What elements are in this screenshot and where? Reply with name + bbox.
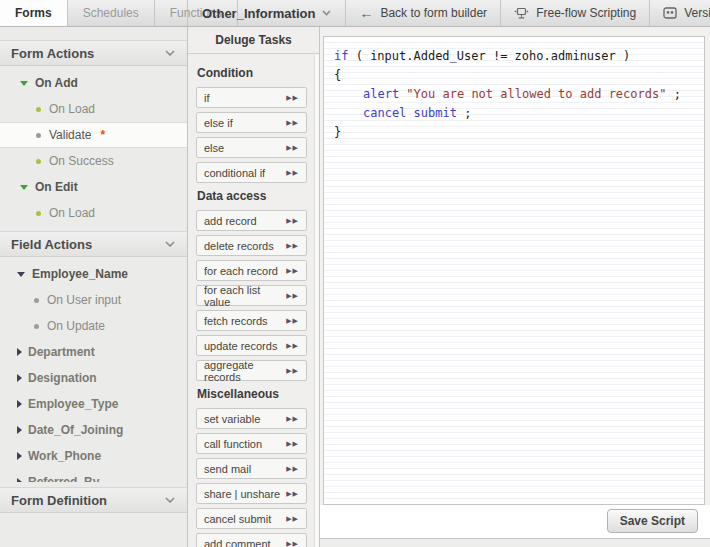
task-button-label: share | unshare [204, 488, 280, 500]
tree-item-validate[interactable]: Validate * [0, 122, 187, 148]
task-button-label: add record [204, 215, 257, 227]
task-button-fetch-records[interactable]: fetch records ▶▶ [196, 310, 307, 331]
triangle-down-icon [20, 81, 28, 86]
insert-task-icon: ▶▶ [286, 317, 299, 325]
form-selector-dropdown[interactable]: Other_Information [188, 0, 346, 26]
task-button-label: else if [204, 117, 233, 129]
save-script-button[interactable]: Save Script [607, 509, 698, 533]
task-button-set-variable[interactable]: set variable ▶▶ [196, 408, 307, 429]
tree-item-on-edit[interactable]: On Edit [0, 174, 187, 200]
triangle-right-icon [17, 452, 22, 460]
code-text: } [334, 125, 341, 139]
task-button-else[interactable]: else ▶▶ [196, 137, 307, 158]
task-button-conditional-if[interactable]: conditional if ▶▶ [196, 162, 307, 183]
tree-item-label: On Load [49, 206, 95, 220]
chevron-down-icon [165, 497, 175, 503]
form-actions-title: Form Actions [11, 46, 94, 61]
task-button-label: delete records [204, 240, 274, 252]
tree-item-on-load[interactable]: On Load [0, 96, 187, 122]
version-button[interactable]: Version [650, 0, 710, 26]
code-text: ; [457, 106, 471, 120]
tab-forms[interactable]: Forms [0, 0, 68, 26]
back-to-form-builder-button[interactable]: ← Back to form builder [346, 0, 501, 26]
code-line: cancel submit ; [334, 104, 694, 123]
tree-item-department[interactable]: Department [0, 339, 187, 365]
module-tabs: Forms Schedules Functions [0, 0, 188, 26]
tasks-scrollbar-track[interactable] [314, 55, 319, 547]
tree-item-label: On User input [47, 293, 121, 307]
task-button-label: update records [204, 340, 277, 352]
tree-item-label: Department [28, 345, 95, 359]
code-keyword: cancel submit [363, 106, 457, 120]
task-button-cancel-submit[interactable]: cancel submit ▶▶ [196, 508, 307, 529]
form-actions-tree: On Add On Load Validate * On Success On … [0, 66, 187, 231]
task-button-if[interactable]: if ▶▶ [196, 87, 307, 108]
triangle-right-icon [17, 348, 22, 356]
insert-task-icon: ▶▶ [286, 217, 299, 225]
task-button-label: for each record [204, 265, 278, 277]
task-button-add-record[interactable]: add record ▶▶ [196, 210, 307, 231]
condition-section-title: Condition [197, 66, 307, 80]
tree-item-label: Referred_By [28, 475, 99, 482]
task-button-add-comment[interactable]: add comment ▶▶ [196, 533, 307, 547]
tree-item-employee-type[interactable]: Employee_Type [0, 391, 187, 417]
insert-task-icon: ▶▶ [286, 94, 299, 102]
task-button-for-each-list-value[interactable]: for each list value ▶▶ [196, 285, 307, 306]
clipped-tree-row: Referred_By [0, 469, 187, 482]
bullet-icon [36, 159, 41, 164]
tree-item-label: On Add [35, 76, 78, 90]
tree-item-on-success[interactable]: On Success [0, 148, 187, 174]
tree-item-referred-by[interactable]: Referred_By [0, 469, 187, 482]
triangle-down-icon [20, 185, 28, 190]
tree-item-on-add[interactable]: On Add [0, 70, 187, 96]
task-button-call-function[interactable]: call function ▶▶ [196, 433, 307, 454]
tree-item-date-of-joining[interactable]: Date_Of_Joining [0, 417, 187, 443]
chevron-down-icon [165, 50, 175, 56]
tree-item-designation[interactable]: Designation [0, 365, 187, 391]
top-bar: Forms Schedules Functions Other_Informat… [0, 0, 710, 27]
task-button-send-mail[interactable]: send mail ▶▶ [196, 458, 307, 479]
code-text: ; [666, 87, 680, 101]
version-label: Version [684, 6, 710, 20]
back-button-label: Back to form builder [380, 6, 487, 20]
tree-item-label: Validate [49, 128, 91, 142]
deluge-tasks-panel: Deluge Tasks Condition if ▶▶ else if ▶▶ … [188, 27, 320, 547]
task-button-label: for each list value [204, 284, 286, 308]
insert-task-icon: ▶▶ [286, 267, 299, 275]
task-button-delete-records[interactable]: delete records ▶▶ [196, 235, 307, 256]
task-button-aggregate-records[interactable]: aggregate records ▶▶ [196, 360, 307, 381]
tree-item-on-user-input[interactable]: On User input [0, 287, 187, 313]
task-button-label: set variable [204, 413, 260, 425]
task-button-update-records[interactable]: update records ▶▶ [196, 335, 307, 356]
triangle-right-icon [17, 374, 22, 382]
tree-item-label: Designation [28, 371, 97, 385]
data-access-section-title: Data access [197, 189, 307, 203]
insert-task-icon: ▶▶ [286, 119, 299, 127]
tree-item-work-phone[interactable]: Work_Phone [0, 443, 187, 469]
code-editor[interactable]: if ( input.Added_User != zoho.adminuser … [323, 36, 705, 505]
insert-task-icon: ▶▶ [286, 367, 299, 375]
bullet-icon [36, 211, 41, 216]
bullet-icon [34, 324, 39, 329]
deluge-tasks-title: Deluge Tasks [188, 27, 319, 54]
task-button-else-if[interactable]: else if ▶▶ [196, 112, 307, 133]
task-button-share-unshare[interactable]: share | unshare ▶▶ [196, 483, 307, 504]
insert-task-icon: ▶▶ [286, 465, 299, 473]
section-header-form-definition[interactable]: Form Definition [0, 487, 187, 513]
free-flow-scripting-button[interactable]: Free-flow Scripting [501, 0, 650, 26]
tree-item-label: On Edit [35, 180, 78, 194]
tree-item-label: Employee_Name [32, 267, 128, 281]
tab-schedules[interactable]: Schedules [68, 0, 155, 26]
insert-task-icon: ▶▶ [286, 292, 299, 300]
insert-task-icon: ▶▶ [286, 515, 299, 523]
task-button-label: call function [204, 438, 262, 450]
section-header-field-actions[interactable]: Field Actions [0, 231, 187, 257]
task-button-label: aggregate records [204, 359, 286, 383]
tree-item-on-load-edit[interactable]: On Load [0, 200, 187, 226]
task-button-for-each-record[interactable]: for each record ▶▶ [196, 260, 307, 281]
tree-item-on-update[interactable]: On Update [0, 313, 187, 339]
tree-item-employee-name[interactable]: Employee_Name [0, 261, 187, 287]
back-arrow-icon: ← [359, 5, 373, 21]
task-button-label: else [204, 142, 224, 154]
section-header-form-actions[interactable]: Form Actions [0, 40, 187, 66]
